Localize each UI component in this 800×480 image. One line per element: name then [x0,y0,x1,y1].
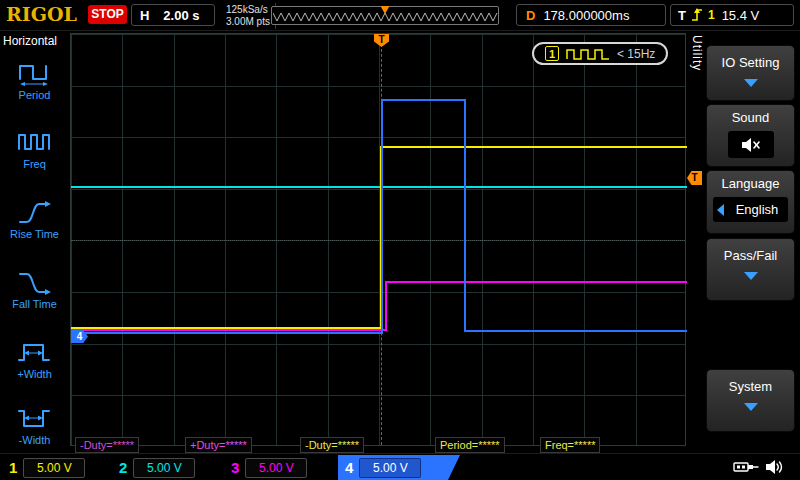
measurement-slot-4: Period=***** [435,437,505,453]
sidebar-item-label: Period [0,89,69,101]
trigger-slope-icon [690,7,704,23]
channel-scale: 5.00 V [245,458,307,478]
sidebar-item-fall-time[interactable]: Fall Time [0,267,69,310]
acquisition-info: 125kSa/s 3.00M pts [221,3,276,29]
delay-readout: D 178.000000ms [516,4,666,26]
channel-chip-2[interactable]: 2 5.00 V [112,455,216,480]
neg-width-icon [16,403,54,433]
menu-item-pass-fail[interactable]: Pass/Fail [706,238,795,301]
measurement-slot-5: Freq=***** [540,437,600,453]
channel-scale: 5.00 V [359,458,421,478]
sidebar-item-label: +Width [0,368,69,380]
sidebar-item-freq[interactable]: Freq [0,127,69,170]
channel-chip-3[interactable]: 3 5.00 V [224,455,328,480]
pos-width-icon [16,337,54,367]
menu-item-language[interactable]: Language English [706,170,795,234]
menu-item-label: IO Setting [707,55,794,70]
ch1-trace [71,147,687,328]
memory-depth: 3.00M pts [226,16,270,28]
delay-label: D [526,8,535,23]
channel-chip-1[interactable]: 1 5.00 V [2,455,106,480]
rise-time-icon [16,197,54,227]
trigger-source-badge: 1 [545,46,559,61]
channel-number: 3 [231,459,239,476]
trigger-status-popup: 1 < 15Hz [532,42,668,65]
horizontal-timebase-readout: H 2.00 s [131,4,215,26]
trigger-label: T [678,8,686,23]
chevron-down-icon [744,403,758,411]
channel-scale: 5.00 V [133,458,195,478]
sidebar-item-pos-width[interactable]: +Width [0,337,69,380]
speaker-icon [764,458,784,476]
measurement-row: -Duty=***** +Duty=***** -Duty=***** Peri… [0,437,800,453]
chevron-left-icon[interactable] [717,204,724,216]
pulse-train-icon [566,47,610,61]
trigger-level-value: 15.4 V [722,8,760,23]
channel-scale: 5.00 V [23,458,85,478]
sidebar-item-label: Fall Time [0,298,69,310]
sample-rate: 125kSa/s [226,4,270,16]
horizontal-label: H [140,8,149,23]
usb-plug-icon [733,460,759,474]
sidebar-item-period[interactable]: Period [0,58,69,101]
trigger-source-number: 1 [708,8,715,22]
waveform-display [71,34,687,447]
menu-item-label: System [707,379,794,394]
rigol-logo: RIGOL [6,3,77,25]
run-state-badge: STOP [88,5,127,24]
measurement-slot-1: -Duty=***** [75,437,139,453]
measurement-slot-2: +Duty=***** [185,437,252,453]
chevron-down-icon [744,79,758,87]
sidebar-title: Horizontal [0,31,69,48]
language-select[interactable]: English [713,197,788,222]
menu-item-label: Pass/Fail [707,248,794,263]
channel-number: 1 [9,459,17,476]
top-bar: RIGOL STOP H 2.00 s 125kSa/s 3.00M pts D… [0,0,800,31]
channel-status-bar: 1 5.00 V 2 5.00 V 3 5.00 V 4 5.00 V [0,453,800,480]
chevron-down-icon [744,272,758,280]
language-value: English [730,202,784,217]
graticule: T 4 1 < 15Hz [70,33,686,446]
measurement-slot-3: -Duty=***** [300,437,364,453]
waveform-preview-bar[interactable] [271,6,499,25]
ch4-trace [71,100,687,333]
freq-icon [16,127,54,157]
sidebar-item-label: Rise Time [0,228,69,240]
sound-state-box [728,131,774,158]
menu-item-label: Sound [707,110,794,125]
menu-item-io-setting[interactable]: IO Setting [706,45,795,101]
sidebar-item-rise-time[interactable]: Rise Time [0,197,69,240]
sidebar-item-label: Freq [0,158,69,170]
menu-side-label: Utility [690,35,704,71]
channel-number: 2 [119,459,127,476]
fall-time-icon [16,267,54,297]
channel-number: 4 [345,459,353,476]
menu-item-system[interactable]: System [706,369,795,432]
trigger-readout: T 1 15.4 V [670,4,794,26]
menu-item-sound[interactable]: Sound [706,104,795,167]
delay-value: 178.000000ms [543,8,629,23]
trigger-level-marker[interactable]: T [687,171,702,185]
channel-chip-4[interactable]: 4 5.00 V [338,455,460,480]
oscilloscope-screen: RIGOL STOP H 2.00 s 125kSa/s 3.00M pts D… [0,0,800,480]
horizontal-measure-sidebar: Horizontal Period Freq Rise Time [0,31,69,453]
menu-item-label: Language [707,176,794,191]
timebase-value: 2.00 s [156,8,206,23]
period-icon [16,58,54,88]
trigger-frequency-text: < 15Hz [617,47,655,61]
speaker-muted-icon [740,137,762,153]
ch3-trace [71,282,687,330]
